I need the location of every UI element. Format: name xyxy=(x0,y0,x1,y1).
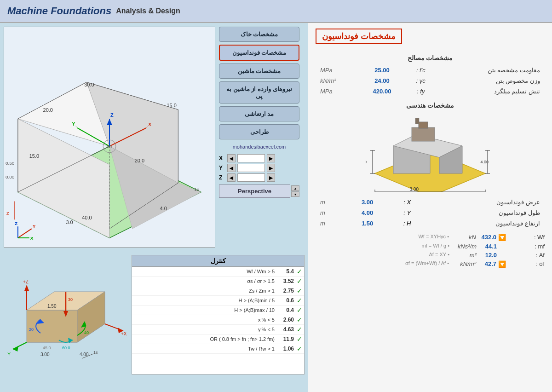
result-value: 12.0 xyxy=(478,252,497,259)
ctrl-label: H > (A;B)max / 10 xyxy=(134,307,275,313)
svg-line-36 xyxy=(18,229,32,238)
svg-text:0.00: 0.00 xyxy=(6,174,15,179)
z-left-arrow[interactable]: ◀ xyxy=(227,173,236,182)
perspective-row: Perspective ▲ ▼ xyxy=(219,184,299,198)
material-symbol: f'c : xyxy=(406,65,436,75)
material-row: وزن مخصوص بتن γc : 24.00 kN/m³ xyxy=(316,76,544,86)
svg-rect-75 xyxy=(419,122,428,128)
foundation-svg: 1.0 4.00 3.00 xyxy=(366,114,494,192)
website-label: mohandesibaexcel.com xyxy=(219,142,299,151)
z-control-row: Z ◀ ▶ xyxy=(219,173,299,182)
result-arrow: 🔽 xyxy=(498,234,506,241)
viewport-svg: x Y Z 90 20.0 30.0 15.0 15.0 20.0 40.0 4… xyxy=(4,27,215,247)
ctrl-row: ✓ 0.4 H > (A;B)max / 10 xyxy=(132,306,304,315)
x-track[interactable] xyxy=(237,154,265,162)
y-left-arrow[interactable]: ◀ xyxy=(227,164,236,172)
ctrl-value: 1.06 xyxy=(277,346,294,352)
dims-unit: m xyxy=(316,219,345,228)
design-button[interactable]: طراحی xyxy=(219,124,299,139)
dims-unit: m xyxy=(316,197,345,207)
soil-button[interactable]: مشخصات خاک xyxy=(219,27,299,42)
top-section: x Y Z 90 20.0 30.0 15.0 15.0 20.0 40.0 4… xyxy=(4,27,305,252)
ctrl-check: ✓ xyxy=(297,277,302,285)
forces-button[interactable]: نیروهای وارده از ماشین به پی xyxy=(219,81,299,104)
svg-text:40: 40 xyxy=(84,330,89,335)
vibration-button[interactable]: مد ارتعاشی xyxy=(219,106,299,121)
main-content: x Y Z 90 20.0 30.0 15.0 15.0 20.0 40.0 4… xyxy=(0,23,552,392)
result-value: 44.1 xyxy=(478,243,497,250)
materials-table: مقاومت مشخصه بتن f'c : 25.00 MPa وزن مخص… xyxy=(316,64,545,97)
y-right-arrow[interactable]: ▶ xyxy=(267,164,275,172)
panel-title: مشخصات فونداسیون xyxy=(322,32,396,41)
material-label: وزن مخصوص بتن xyxy=(437,76,544,86)
result-unit: kN/m² xyxy=(451,260,476,267)
result-label: mf : xyxy=(508,243,545,250)
z-right-arrow[interactable]: ▶ xyxy=(267,173,275,182)
ctrl-rows: ✓ 5.4 Wf / Wm > 5 ✓ 3.52 σs / σr > 1.5 ✓… xyxy=(132,267,304,354)
perspective-up[interactable]: ▲ xyxy=(291,185,299,191)
material-label: تنش تسلیم میلگرد xyxy=(437,86,544,96)
svg-text:1s: 1s xyxy=(93,350,98,355)
result-unit: kNs²/m xyxy=(451,243,477,250)
svg-text:Y: Y xyxy=(72,121,75,127)
result-formula: • Wf = XYHγc xyxy=(418,234,449,239)
svg-text:15.0: 15.0 xyxy=(29,153,39,159)
ctrl-row: ✓ 2.75 Zs / Zm > 1 xyxy=(132,286,304,296)
result-row: Af : 12.0 m² • Af = XY xyxy=(316,252,545,259)
y-track[interactable] xyxy=(237,164,265,172)
ctrl-label: H > (A;B)min / 5 xyxy=(134,298,275,303)
perspective-spinner: ▲ ▼ xyxy=(291,185,299,197)
ctrl-value: 4.63 xyxy=(277,326,294,333)
result-unit: m² xyxy=(451,252,477,259)
svg-text:15.0: 15.0 xyxy=(167,103,176,108)
svg-text:45.0: 45.0 xyxy=(43,346,51,350)
x-right-arrow[interactable]: ▶ xyxy=(267,154,275,162)
svg-marker-64 xyxy=(13,346,18,352)
materials-header: مشخصات مصالح xyxy=(316,54,545,62)
svg-text:Z: Z xyxy=(6,211,9,216)
bottom-section: 1.50 +Z 30 20 40 xyxy=(4,255,305,375)
result-formula: • Af = XY xyxy=(429,252,449,257)
svg-text:60.0: 60.0 xyxy=(62,346,70,350)
dims-value: 4.00 xyxy=(345,208,389,218)
svg-text:+X: +X xyxy=(121,331,127,336)
right-panel: مشخصات فونداسیون مشخصات مصالح مقاومت مشخ… xyxy=(308,23,552,392)
ctrl-label: σs / σr > 1.5 xyxy=(134,278,275,284)
dims-row: طول فونداسیون Y : 4.00 m xyxy=(316,208,544,218)
ctrl-check: ✓ xyxy=(297,297,302,304)
dims-symbol: X : xyxy=(390,197,425,207)
svg-text:Z: Z xyxy=(15,221,17,226)
left-panel: x Y Z 90 20.0 30.0 15.0 15.0 20.0 40.0 4… xyxy=(0,23,308,392)
ctrl-row: ✓ 5.4 Wf / Wm > 5 xyxy=(132,267,304,277)
x-left-arrow[interactable]: ◀ xyxy=(227,154,236,162)
axis-3d-diagram: 1.50 +Z 30 20 40 xyxy=(4,255,128,370)
dims-label: طول فونداسیون xyxy=(425,208,544,218)
right-controls: مشخصات خاک مشخصات فونداسیون مشخصات ماشین… xyxy=(219,27,299,252)
svg-text:Y: Y xyxy=(33,224,36,229)
ctrl-value: 2.60 xyxy=(277,317,294,323)
result-label: Af : xyxy=(508,252,545,259)
perspective-button[interactable]: Perspective xyxy=(219,184,290,198)
y-control-row: Y ◀ ▶ xyxy=(219,164,299,172)
ctrl-check: ✓ xyxy=(297,326,302,333)
material-label: مقاومت مشخصه بتن xyxy=(437,65,544,75)
material-unit: MPa xyxy=(316,86,358,96)
machine-button[interactable]: مشخصات ماشین xyxy=(219,63,299,79)
ctrl-label: Tw / Rw > 1 xyxy=(134,346,275,352)
foundation-button[interactable]: مشخصات فونداسیون xyxy=(219,45,299,61)
ctrl-check: ✓ xyxy=(297,306,302,314)
result-label: σf : xyxy=(508,260,545,267)
dims-symbol: H : xyxy=(390,219,425,228)
ctrl-label: x'% < 5 xyxy=(134,317,275,323)
result-value: 42.7 xyxy=(478,260,496,267)
dims-label: عرض فونداسیون xyxy=(425,197,544,207)
result-row: Wf : 🔽 432.0 kN • Wf = XYHγc xyxy=(316,234,545,241)
dims-value: 1.50 xyxy=(345,219,389,228)
z-track[interactable] xyxy=(237,173,265,182)
ctrl-check: ✓ xyxy=(297,287,302,294)
panel-title-box: مشخصات فونداسیون xyxy=(316,29,402,44)
app-subtitle: Analysis & Design xyxy=(116,7,180,15)
perspective-down[interactable]: ▼ xyxy=(291,191,299,197)
svg-text:30: 30 xyxy=(68,297,73,302)
ctrl-row: ✓ 0.6 H > (A;B)min / 5 xyxy=(132,296,304,306)
